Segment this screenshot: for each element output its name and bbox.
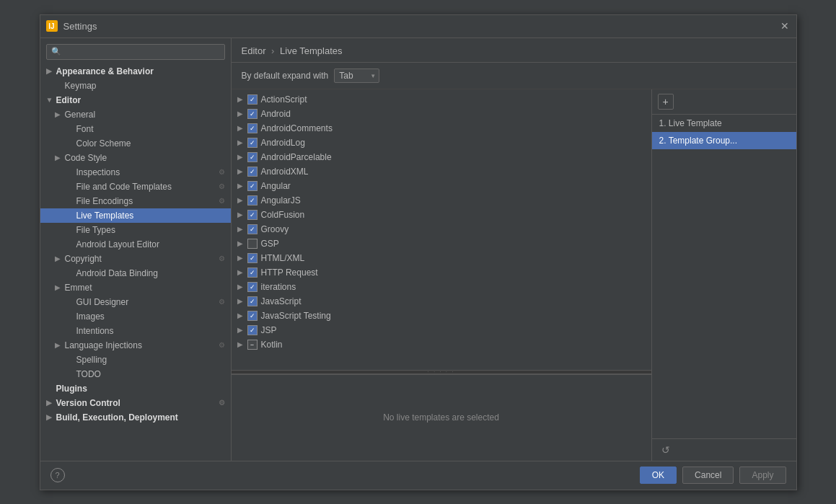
apply-button[interactable]: Apply (739, 467, 786, 484)
arrow-icon: ▶ (237, 95, 247, 103)
arrow-icon: ▶ (55, 154, 65, 162)
checkbox-icon[interactable]: ✓ (247, 224, 258, 234)
help-button[interactable]: ? (50, 468, 65, 482)
checkbox-unchecked[interactable] (247, 239, 258, 249)
sidebar-item-plugins[interactable]: Plugins (40, 381, 231, 396)
right-panel-list: 1. Live Template 2. Template Group... (652, 115, 796, 438)
sidebar-item-label: Live Templates (76, 211, 134, 221)
checkbox-icon[interactable]: ✓ (247, 311, 258, 321)
checkbox-icon[interactable]: ✓ (247, 123, 258, 133)
sidebar-item-emmet[interactable]: ▶ Emmet (40, 280, 231, 295)
sidebar-item-label: File Encodings (76, 196, 133, 206)
checkbox-icon[interactable]: ✓ (247, 296, 258, 306)
checkbox-icon[interactable]: ✓ (247, 282, 258, 292)
checkbox-icon[interactable]: ✓ (247, 268, 258, 278)
sidebar-item-android-data-binding[interactable]: Android Data Binding (40, 266, 231, 280)
sidebar-item-label: Version Control (56, 398, 120, 408)
list-item[interactable]: ▶ ✓ JSP (232, 323, 651, 337)
list-item[interactable]: ▶ ✓ Groovy (232, 222, 651, 236)
expand-select-wrapper[interactable]: Tab Enter Space (334, 68, 379, 83)
templates-list-panel: ▶ ✓ ActionScript ▶ ✓ Android ▶ ✓ And (232, 89, 652, 461)
sidebar-item-language-injections[interactable]: ▶ Language Injections ⚙ (40, 338, 231, 353)
checkbox-partial[interactable]: − (247, 340, 258, 350)
breadcrumb-part2: Live Templates (280, 45, 342, 56)
expand-select[interactable]: Tab Enter Space (334, 68, 379, 83)
sidebar-item-version-control[interactable]: ▶ Version Control ⚙ (40, 396, 231, 410)
list-item[interactable]: ▶ − Kotlin (232, 337, 651, 352)
list-item[interactable]: ▶ ✓ AngularJS (232, 193, 651, 208)
checkbox-icon[interactable]: ✓ (247, 325, 258, 335)
sidebar-item-file-encodings[interactable]: File Encodings ⚙ (40, 194, 231, 208)
list-item[interactable]: ▶ ✓ JavaScript (232, 294, 651, 309)
search-box[interactable]: 🔍 (46, 44, 225, 60)
checkbox-icon[interactable]: ✓ (247, 181, 258, 191)
sidebar-item-label: Editor (56, 95, 82, 105)
list-item[interactable]: ▶ ✓ Angular (232, 179, 651, 193)
arrow-icon: ▶ (237, 254, 247, 262)
group-label: AndroidXML (261, 167, 309, 177)
sidebar-item-editor[interactable]: ▼ Editor (40, 93, 231, 107)
sidebar-item-inspections[interactable]: Inspections ⚙ (40, 165, 231, 180)
right-list-item-selected[interactable]: 2. Template Group... (652, 132, 796, 149)
sidebar-item-android-layout-editor[interactable]: Android Layout Editor (40, 237, 231, 252)
list-item[interactable]: ▶ ✓ AndroidLog (232, 136, 651, 150)
arrow-icon: ▶ (237, 196, 247, 204)
list-item[interactable]: ▶ ✓ HTTP Request (232, 265, 651, 280)
sidebar-item-build-execution[interactable]: ▶ Build, Execution, Deployment (40, 410, 231, 425)
list-item[interactable]: ▶ ✓ iterations (232, 280, 651, 294)
list-item[interactable]: ▶ ✓ AndroidParcelable (232, 150, 651, 164)
checkbox-icon[interactable]: ✓ (247, 152, 258, 162)
ok-button[interactable]: OK (640, 467, 677, 484)
checkbox-icon[interactable]: ✓ (247, 138, 258, 148)
sidebar-item-file-types[interactable]: File Types (40, 223, 231, 237)
group-label: JavaScript Testing (261, 311, 331, 321)
sidebar-item-images[interactable]: Images (40, 309, 231, 324)
content-header: Editor › Live Templates (232, 38, 796, 63)
close-button[interactable]: ✕ (779, 20, 791, 32)
sidebar-item-file-code-templates[interactable]: File and Code Templates ⚙ (40, 180, 231, 194)
checkbox-icon[interactable]: ✓ (247, 210, 258, 220)
sidebar-item-label: Appearance & Behavior (56, 66, 154, 76)
sidebar-item-general[interactable]: ▶ General (40, 107, 231, 122)
sidebar-item-copyright[interactable]: ▶ Copyright ⚙ (40, 252, 231, 266)
sidebar-item-label: Inspections (76, 167, 120, 177)
sidebar-item-todo[interactable]: TODO (40, 367, 231, 381)
list-item[interactable]: ▶ ✓ AndroidComments (232, 121, 651, 136)
checkbox-icon[interactable]: ✓ (247, 195, 258, 205)
checkbox-icon[interactable]: ✓ (247, 167, 258, 177)
checkbox-icon[interactable]: ✓ (247, 253, 258, 263)
sidebar-item-live-templates[interactable]: Live Templates (40, 208, 231, 223)
sidebar-item-font[interactable]: Font (40, 122, 231, 136)
sidebar-item-spelling[interactable]: Spelling (40, 353, 231, 367)
list-item[interactable]: ▶ ✓ ColdFusion (232, 208, 651, 222)
sidebar-item-appearance[interactable]: ▶ Appearance & Behavior (40, 64, 231, 79)
search-icon: 🔍 (51, 47, 61, 56)
search-input[interactable] (64, 47, 220, 57)
list-item[interactable]: ▶ ✓ ActionScript (232, 92, 651, 107)
sidebar-item-label: Code Style (65, 153, 107, 163)
group-label: AngularJS (261, 195, 301, 205)
arrow-icon: ▶ (237, 138, 247, 146)
sidebar-item-label: File Types (76, 225, 115, 235)
sidebar-item-gui-designer[interactable]: GUI Designer ⚙ (40, 295, 231, 309)
list-item[interactable]: ▶ ✓ AndroidXML (232, 164, 651, 179)
sidebar-item-label: Color Scheme (76, 138, 131, 149)
add-button[interactable]: + (658, 94, 674, 110)
sidebar-item-label: Android Layout Editor (76, 239, 159, 249)
right-list-item[interactable]: 1. Live Template (652, 115, 796, 132)
sidebar-item-code-style[interactable]: ▶ Code Style (40, 151, 231, 165)
sidebar-item-color-scheme[interactable]: Color Scheme (40, 136, 231, 151)
arrow-icon: ▶ (237, 297, 247, 305)
list-item[interactable]: ▶ GSP (232, 236, 651, 251)
sidebar-item-keymap[interactable]: Keymap (40, 79, 231, 93)
arrow-icon: ▶ (237, 239, 247, 247)
group-label: ColdFusion (261, 210, 305, 220)
list-item[interactable]: ▶ ✓ HTML/XML (232, 251, 651, 265)
undo-button[interactable]: ↺ (658, 442, 674, 458)
checkbox-icon[interactable]: ✓ (247, 94, 258, 105)
checkbox-icon[interactable]: ✓ (247, 109, 258, 119)
list-item[interactable]: ▶ ✓ Android (232, 107, 651, 121)
list-item[interactable]: ▶ ✓ JavaScript Testing (232, 309, 651, 323)
cancel-button[interactable]: Cancel (682, 467, 734, 484)
sidebar-item-intentions[interactable]: Intentions (40, 324, 231, 338)
